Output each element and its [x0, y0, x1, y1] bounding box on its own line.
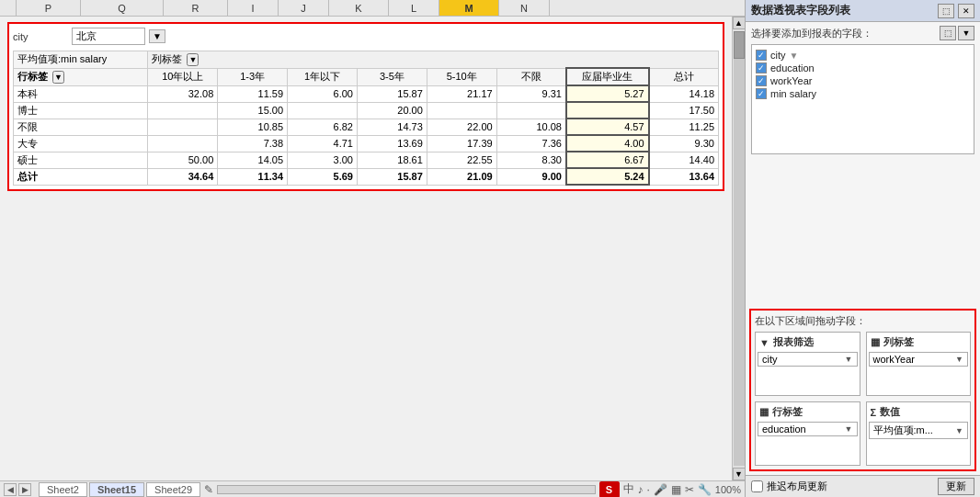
row-labels-dropdown[interactable]: ▼	[52, 71, 64, 84]
filter-row: city 北京 ▼	[13, 28, 719, 45]
vertical-scrollbar[interactable]: ▲ ▼	[732, 17, 745, 480]
col-1-3: 1-3年	[218, 68, 288, 85]
update-button[interactable]: 更新	[938, 478, 974, 495]
col-zone-workyear-dropdown[interactable]: ▼	[955, 355, 963, 364]
cell-total: 5.69	[288, 168, 358, 185]
filter-field-value: 北京	[72, 28, 145, 45]
col-zone-header: ▦ 列标签	[869, 334, 969, 350]
cell-total: 21.09	[427, 168, 496, 185]
value-drop-zone[interactable]: Σ 数值 平均值项:m... ▼	[866, 401, 972, 466]
col-under1: 1年以下	[288, 68, 358, 85]
cell: 7.38	[218, 135, 288, 152]
music-icon[interactable]: ♪	[638, 483, 644, 496]
mic-icon[interactable]: 🎤	[654, 483, 667, 496]
table-row: 大专 7.38 4.71 13.69 17.39 7.36 4.00 9.30	[14, 135, 719, 152]
defer-update-checkbox[interactable]	[751, 480, 763, 492]
col-header-R[interactable]: R	[164, 0, 228, 16]
scroll-left-arrow[interactable]: ◀	[4, 483, 17, 496]
val-zone-header: Σ 数值	[869, 404, 969, 420]
cell-highlighted: 6.67	[566, 152, 649, 168]
chinese-icon[interactable]: 中	[623, 481, 634, 497]
col-header-K[interactable]: K	[329, 0, 389, 16]
col-header-Q[interactable]: Q	[81, 0, 164, 16]
row-zone-icon: ▦	[759, 406, 769, 418]
bottom-bar: ◀ ▶ Sheet2 Sheet15 Sheet29 ✎ S 中 ♪ · 🎤 ▦…	[0, 480, 745, 497]
scroll-right-arrow[interactable]: ▶	[18, 483, 31, 496]
scissors-icon[interactable]: ✂	[685, 483, 694, 496]
tools-icon[interactable]: 🔧	[698, 483, 712, 496]
dot-icon[interactable]: ·	[647, 483, 650, 496]
col-header-M[interactable]: M	[439, 0, 499, 16]
horizontal-scrollbar[interactable]	[217, 485, 595, 494]
panel-icon-btn-1[interactable]: ⬚	[938, 4, 954, 18]
col-header-L[interactable]: L	[389, 0, 439, 16]
val-zone-item-avg[interactable]: 平均值项:m... ▼	[869, 422, 969, 439]
sheet-add-icon[interactable]: ✎	[204, 483, 213, 496]
cell: 7.36	[496, 135, 566, 152]
filter-drop-zone[interactable]: ▼ 报表筛选 city ▼	[755, 332, 860, 396]
cell	[148, 135, 218, 152]
cell: 11.59	[218, 85, 288, 102]
col-header-J[interactable]: J	[279, 0, 329, 16]
sheet-scroll-arrows[interactable]: ◀ ▶	[4, 483, 31, 496]
col-labels-dropdown[interactable]: ▼	[187, 53, 199, 66]
field-checkbox-minsalary[interactable]: ✓	[756, 88, 767, 99]
field-label-workyear: workYear	[770, 75, 812, 86]
cell: 22.00	[427, 119, 496, 135]
filter-zone-item-city[interactable]: city ▼	[758, 352, 858, 367]
sheet-tab-sheet15[interactable]: Sheet15	[89, 482, 144, 497]
field-checkbox-education[interactable]: ✓	[756, 62, 767, 73]
row-zone-edu-dropdown[interactable]: ▼	[845, 424, 853, 434]
panel-close-btn[interactable]: ✕	[958, 4, 974, 18]
col-header-P[interactable]: P	[17, 0, 81, 16]
field-list-icon-btn-2[interactable]: ▼	[958, 26, 974, 40]
sheet-tab-sheet2[interactable]: Sheet2	[39, 482, 87, 497]
val-zone-icon: Σ	[871, 407, 877, 418]
col-header-N[interactable]: N	[499, 0, 550, 16]
scroll-up-button[interactable]: ▲	[733, 17, 746, 29]
row-label-benke: 本科	[14, 85, 148, 102]
cell: 32.08	[148, 85, 218, 102]
panel-title: 数据透视表字段列表	[751, 3, 850, 18]
field-list-title: 选择要添加到报表的字段： ⬚ ▼	[751, 26, 974, 40]
cell: 11.25	[649, 119, 719, 135]
val-zone-avg-dropdown[interactable]: ▼	[955, 426, 963, 435]
cell-highlighted: 5.27	[566, 85, 649, 102]
col-zone-label: 列标签	[883, 335, 914, 349]
cell: 20.00	[357, 102, 427, 119]
sheet-tab-sheet29[interactable]: Sheet29	[146, 482, 200, 497]
row-drop-zone[interactable]: ▦ 行标签 education ▼	[755, 401, 860, 466]
statusbar-icons: S 中 ♪ · 🎤 ▦ ✂ 🔧	[599, 481, 712, 498]
filter-zone-label: 报表筛选	[773, 335, 814, 349]
filter-zone-city-label: city	[762, 354, 778, 365]
row-zone-item-education[interactable]: education ▼	[758, 422, 858, 436]
filter-dropdown-button[interactable]: ▼	[149, 29, 165, 43]
cell-highlighted	[566, 102, 649, 119]
panel-header: 数据透视表字段列表 ⬚ ✕	[746, 0, 980, 22]
column-drop-zone[interactable]: ▦ 列标签 workYear ▼	[866, 332, 972, 396]
zoom-level: 100%	[715, 484, 741, 495]
col-zone-item-workyear[interactable]: workYear ▼	[869, 352, 969, 367]
field-list-icon-btn-1[interactable]: ⬚	[940, 26, 956, 40]
pivot-avg-header: 平均值项:min salary	[14, 51, 148, 69]
wps-icon: S	[599, 481, 620, 498]
scroll-track[interactable]	[734, 31, 745, 466]
field-label-minsalary: min salary	[770, 88, 816, 99]
cell: 15.87	[357, 85, 427, 102]
drop-zones-title: 在以下区域间拖动字段：	[755, 314, 971, 328]
scroll-down-button[interactable]: ▼	[733, 468, 746, 480]
row-label-boshi: 博士	[14, 102, 148, 119]
filter-zone-city-dropdown[interactable]: ▼	[845, 355, 853, 364]
grid-icon[interactable]: ▦	[671, 483, 681, 496]
col-header-I[interactable]: I	[228, 0, 279, 16]
field-label-education: education	[770, 62, 815, 73]
cell: 17.50	[649, 102, 719, 119]
field-checkbox-city[interactable]: ✓	[756, 50, 767, 61]
table-row: 博士 15.00 20.00 17.50	[14, 102, 719, 119]
row-label-total: 总计	[14, 168, 148, 185]
row-label-shuoshi: 硕士	[14, 152, 148, 168]
cell: 13.69	[357, 135, 427, 152]
field-checkbox-workyear[interactable]: ✓	[756, 75, 767, 86]
scroll-thumb[interactable]	[734, 31, 745, 59]
cell	[496, 102, 566, 119]
